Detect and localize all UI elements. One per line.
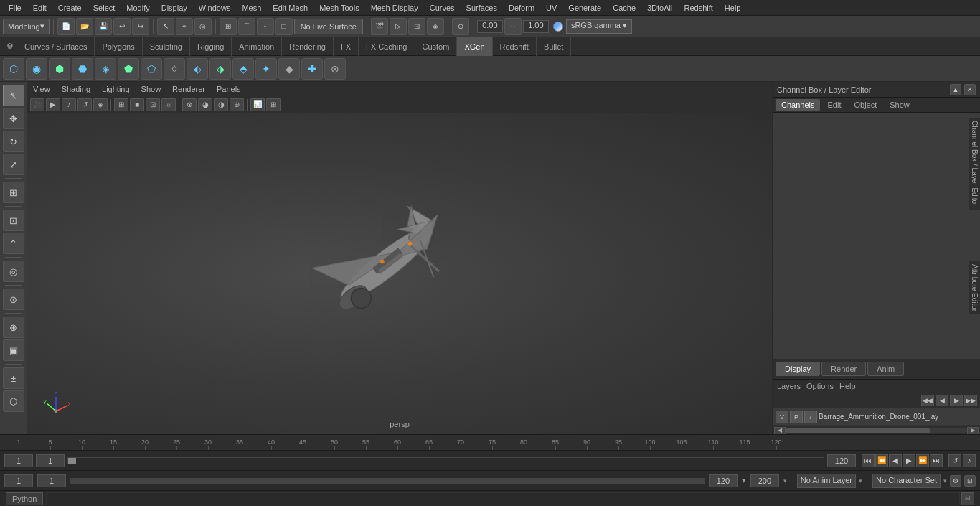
no-character-set-dropdown[interactable]: No Character Set <box>872 474 941 488</box>
help-menu[interactable]: Help <box>839 382 856 390</box>
layer-visibility-btn[interactable]: V <box>776 411 788 423</box>
tab-fx[interactable]: FX <box>334 37 359 56</box>
vp-aa-btn[interactable]: ⊕ <box>230 98 244 111</box>
shelf-icon-11[interactable]: ⬘ <box>232 58 254 80</box>
python-enter-btn[interactable]: ⏎ <box>961 492 974 505</box>
range-end-input[interactable] <box>709 474 738 487</box>
select-mode-btn[interactable]: ↖ <box>157 18 174 35</box>
pose-btn[interactable]: ⬡ <box>3 390 24 412</box>
menu-modify[interactable]: Modify <box>121 2 155 14</box>
shelf-icon-2[interactable]: ◉ <box>26 58 47 80</box>
cb-expand-btn[interactable]: ▲ <box>950 84 961 95</box>
move-tool-btn[interactable]: ✥ <box>3 108 24 129</box>
snap-curve-btn[interactable]: ⌒ <box>238 18 255 35</box>
viewport-value2[interactable]: 1.00 <box>523 20 549 33</box>
render-btn[interactable]: ▷ <box>390 18 407 35</box>
save-file-btn[interactable]: 💾 <box>95 18 112 35</box>
select-tool-btn[interactable]: ↖ <box>3 85 24 106</box>
play-btn[interactable]: ▶ <box>903 454 915 467</box>
prev-frame-btn[interactable]: ⏪ <box>875 454 888 467</box>
no-live-surface-btn[interactable]: No Live Surface <box>294 19 363 34</box>
new-file-btn[interactable]: 📄 <box>57 18 75 35</box>
tab-xgen[interactable]: XGen <box>457 37 492 56</box>
vp-menu-shading[interactable]: Shading <box>59 83 93 95</box>
sound-btn[interactable]: ♪ <box>963 454 976 467</box>
vp-menu-panels[interactable]: Panels <box>214 83 244 95</box>
menu-deform[interactable]: Deform <box>503 2 540 14</box>
vp-xray-btn[interactable]: ⊗ <box>182 98 197 111</box>
goto-end-btn[interactable]: ⏭ <box>930 454 943 467</box>
vp-menu-view[interactable]: View <box>30 83 53 95</box>
shelf-icon-14[interactable]: ✚ <box>301 58 323 80</box>
frame-slider[interactable] <box>67 457 824 464</box>
cb-tab-edit[interactable]: Edit <box>821 99 847 111</box>
loop-btn[interactable]: ↺ <box>948 454 961 467</box>
options-menu[interactable]: Options <box>806 382 834 390</box>
menu-redshift[interactable]: Redshift <box>678 2 718 14</box>
dra-tab-render[interactable]: Render <box>821 362 866 376</box>
goto-start-btn[interactable]: ⏮ <box>862 454 875 467</box>
shelf-icon-5[interactable]: ◈ <box>95 58 116 80</box>
menu-display[interactable]: Display <box>156 2 193 14</box>
mode-dropdown[interactable]: Modeling ▾ <box>3 19 50 34</box>
dra-tab-anim[interactable]: Anim <box>867 362 904 376</box>
right-panel-scrollbar[interactable]: ◀ ▶ <box>773 426 980 434</box>
undo-btn[interactable]: ↩ <box>113 18 131 35</box>
sculpt-btn[interactable]: ◎ <box>3 261 24 282</box>
menu-help[interactable]: Help <box>719 2 747 14</box>
shelf-icon-6[interactable]: ⬟ <box>118 58 139 80</box>
snap-surface-btn[interactable]: □ <box>275 18 293 35</box>
paint-btn[interactable]: ◎ <box>194 18 212 35</box>
layer-next-btn[interactable]: ▶▶ <box>964 395 977 406</box>
scale-tool-btn[interactable]: ⤢ <box>3 154 24 175</box>
menu-surfaces[interactable]: Surfaces <box>461 2 503 14</box>
shelf-icon-7[interactable]: ⬠ <box>141 58 162 80</box>
rect-select-btn[interactable]: ⊡ <box>3 210 24 231</box>
circle-btn[interactable]: ⊙ <box>452 18 469 35</box>
cb-tab-object[interactable]: Object <box>848 99 882 111</box>
shelf-icon-3[interactable]: ⬢ <box>49 58 70 80</box>
shelf-icon-12[interactable]: ✦ <box>255 58 277 80</box>
vp-cam-btn[interactable]: 🎥 <box>30 98 44 111</box>
range-start-input[interactable] <box>4 474 33 487</box>
rotate-tool-btn[interactable]: ↻ <box>3 131 24 152</box>
grid-btn[interactable]: ▣ <box>3 339 24 361</box>
menu-mesh[interactable]: Mesh <box>236 2 267 14</box>
tab-polygons[interactable]: Polygons <box>95 37 142 56</box>
tab-redshift[interactable]: Redshift <box>493 37 537 56</box>
menu-windows[interactable]: Windows <box>193 2 237 14</box>
layer-prev-btn[interactable]: ◀◀ <box>921 395 934 406</box>
vp-shaded-btn[interactable]: ■ <box>130 98 144 111</box>
shelf-icon-9[interactable]: ⬖ <box>187 58 208 80</box>
tab-rendering[interactable]: Rendering <box>282 37 334 56</box>
no-anim-layer-dropdown[interactable]: No Anim Layer <box>797 474 856 488</box>
render-settings-btn[interactable]: 🎬 <box>371 18 388 35</box>
vp-menu-lighting[interactable]: Lighting <box>99 83 133 95</box>
cb-close-btn[interactable]: ✕ <box>964 84 976 95</box>
vp-light-btn[interactable]: ☼ <box>161 98 176 111</box>
vp-wireframe-btn[interactable]: ⊞ <box>114 98 128 111</box>
lasso-btn[interactable]: ⌖ <box>176 18 193 35</box>
menu-edit[interactable]: Edit <box>27 2 52 14</box>
char-set-btn2[interactable]: ⊡ <box>964 475 976 487</box>
next-frame-btn[interactable]: ⏩ <box>916 454 929 467</box>
menu-create[interactable]: Create <box>52 2 88 14</box>
vp-texture-btn[interactable]: ⊡ <box>146 98 160 111</box>
range-frame2-input[interactable] <box>37 474 66 487</box>
redo-btn[interactable]: ↪ <box>132 18 149 35</box>
soft-select-btn[interactable]: ⊙ <box>3 289 24 310</box>
measure-btn[interactable]: ± <box>3 367 24 389</box>
cb-tab-channels[interactable]: Channels <box>776 99 820 111</box>
tab-custom[interactable]: Custom <box>415 37 458 56</box>
tab-curves-surfaces[interactable]: Curves / Surfaces <box>17 37 95 56</box>
tab-fx-caching[interactable]: FX Caching <box>359 37 415 56</box>
gamma-selector[interactable]: sRGB gamma ▾ <box>566 19 632 34</box>
snap-grid-btn[interactable]: ⊞ <box>220 18 237 35</box>
shelf-icon-15[interactable]: ⊗ <box>324 58 346 80</box>
tab-rigging[interactable]: Rigging <box>190 37 232 56</box>
shelf-settings-btn[interactable]: ⚙ <box>3 39 17 54</box>
current-frame-input[interactable] <box>4 454 33 467</box>
dra-tab-display[interactable]: Display <box>776 362 820 376</box>
shelf-icon-13[interactable]: ◆ <box>278 58 300 80</box>
python-tab-btn[interactable]: Python <box>6 492 43 505</box>
